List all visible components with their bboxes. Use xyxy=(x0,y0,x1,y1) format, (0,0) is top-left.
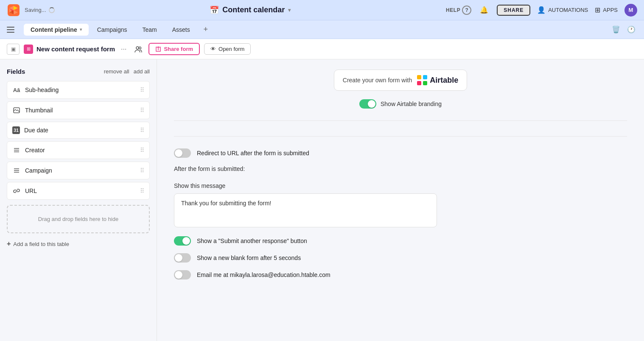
field-name-due-date: Due date xyxy=(24,127,48,134)
blank-form-toggle[interactable] xyxy=(174,253,191,263)
submit-response-row: Show a "Submit another response" button xyxy=(174,236,437,246)
user-avatar[interactable]: M xyxy=(624,4,637,17)
nav-history-icon[interactable]: 🕐 xyxy=(625,24,637,36)
main-layout: Fields remove all add all Aā Sub-heading… xyxy=(0,59,644,341)
help-label: HELP xyxy=(446,7,460,13)
team-icon-button[interactable] xyxy=(132,43,144,55)
drag-handle-creator[interactable]: ⠿ xyxy=(140,147,144,154)
share-button[interactable]: SHARE xyxy=(497,5,530,16)
branding-card: Create your own form with Airtable Show … xyxy=(174,70,627,109)
field-item-due-date[interactable]: 31 Due date ⠿ xyxy=(7,122,150,139)
divider-1 xyxy=(174,120,627,121)
field-item-due-date-left: 31 Due date xyxy=(12,126,48,134)
nav-trash-icon[interactable]: 🗑️ xyxy=(610,24,622,36)
field-item-thumbnail-left: Thumbnail xyxy=(12,106,53,115)
help-icon[interactable]: ? xyxy=(462,6,471,15)
field-item-subheading[interactable]: Aā Sub-heading ⠿ xyxy=(7,81,150,99)
field-item-creator-left: Creator xyxy=(12,146,45,154)
drop-zone: Drag and drop fields here to hide xyxy=(7,205,150,233)
after-submit-section: After the form is submitted: xyxy=(174,165,437,175)
nav-tab-assets-label: Assets xyxy=(172,26,190,33)
show-message-section: Show this message Thank you for submitti… xyxy=(174,182,437,229)
drag-handle-campaign[interactable]: ⠿ xyxy=(140,167,144,174)
svg-rect-19 xyxy=(423,81,427,85)
apps-button[interactable]: ⊞ APPS xyxy=(595,6,618,14)
field-item-url-left: URL xyxy=(12,187,37,195)
airtable-logo: Airtable xyxy=(416,74,458,86)
sidebar-toggle-button[interactable]: ▣ xyxy=(7,44,20,55)
drag-handle-thumbnail[interactable]: ⠿ xyxy=(140,107,144,114)
drag-handle-url[interactable]: ⠿ xyxy=(140,187,144,194)
after-submit-label: After the form is submitted: xyxy=(174,165,437,172)
add-field-plus-icon: + xyxy=(7,240,11,248)
form-icon: ⊞ xyxy=(24,45,33,54)
app-title: Content calendar xyxy=(222,6,285,14)
add-field-label: Add a field to this table xyxy=(13,241,69,247)
nav-tab-content-pipeline[interactable]: Content pipeline ▾ xyxy=(24,24,89,36)
drag-handle-due-date[interactable]: ⠿ xyxy=(140,127,144,134)
show-branding-label: Show Airtable branding xyxy=(381,101,442,107)
nav-bar-right: 🗑️ 🕐 xyxy=(610,24,637,36)
automations-button[interactable]: 👤 AUTOMATIONS xyxy=(537,6,588,14)
app-logo xyxy=(7,3,20,17)
settings-section: Redirect to URL after the form is submit… xyxy=(174,148,437,280)
show-message-label: Show this message xyxy=(174,182,437,189)
field-icon-creator xyxy=(12,146,21,154)
message-textarea[interactable]: Thank you for submitting the form! xyxy=(174,193,437,227)
form-title: New content request form xyxy=(36,45,115,53)
submit-response-toggle[interactable] xyxy=(174,236,191,246)
calendar-icon: 📅 xyxy=(210,6,219,15)
nav-tab-assets[interactable]: Assets xyxy=(165,24,197,36)
toolbar: ▣ ⊞ New content request form ··· Share f… xyxy=(0,39,644,59)
hamburger-line-1 xyxy=(7,27,14,28)
open-form-label: Open form xyxy=(218,46,244,52)
blank-form-row: Show a new blank form after 5 seconds xyxy=(174,253,437,263)
nav-tab-campaigns-label: Campaigns xyxy=(97,26,127,33)
open-form-button[interactable]: 👁 Open form xyxy=(204,43,251,55)
email-label: Email me at mikayla.larosa@education.hta… xyxy=(197,271,330,278)
automations-label: AUTOMATIONS xyxy=(548,7,588,13)
field-item-url[interactable]: URL ⠿ xyxy=(7,182,150,200)
fields-title: Fields xyxy=(7,68,25,75)
email-row: Email me at mikayla.larosa@education.hta… xyxy=(174,270,437,280)
field-icon-campaign xyxy=(12,166,21,175)
nav-bar: Content pipeline ▾ Campaigns Team Assets… xyxy=(0,20,644,39)
redirect-toggle[interactable] xyxy=(174,148,191,158)
app-title-dropdown-icon[interactable]: ▾ xyxy=(288,7,291,13)
field-icon-due-date: 31 xyxy=(12,126,20,134)
help-button[interactable]: HELP ? xyxy=(446,6,471,15)
sidebar: Fields remove all add all Aā Sub-heading… xyxy=(0,59,157,341)
saving-text-label: Saving... xyxy=(25,7,46,13)
apps-icon: ⊞ xyxy=(595,6,600,14)
email-toggle[interactable] xyxy=(174,270,191,280)
notifications-icon[interactable]: 🔔 xyxy=(478,4,490,16)
field-item-thumbnail[interactable]: Thumbnail ⠿ xyxy=(7,101,150,119)
more-options-button[interactable]: ··· xyxy=(119,45,128,53)
show-branding-toggle[interactable] xyxy=(359,99,376,109)
branding-toggle-row: Show Airtable branding xyxy=(359,99,442,109)
field-item-campaign[interactable]: Campaign ⠿ xyxy=(7,162,150,179)
drag-handle-subheading[interactable]: ⠿ xyxy=(140,87,144,93)
saving-status: Saving... xyxy=(25,7,55,13)
nav-tab-team[interactable]: Team xyxy=(136,24,164,36)
fields-actions: remove all add all xyxy=(104,68,150,75)
field-icon-url xyxy=(12,187,21,195)
hamburger-line-3 xyxy=(7,32,14,33)
field-name-url: URL xyxy=(25,187,37,194)
field-name-thumbnail: Thumbnail xyxy=(25,107,53,114)
top-bar-right: HELP ? 🔔 SHARE 👤 AUTOMATIONS ⊞ APPS M xyxy=(446,4,637,17)
share-form-button[interactable]: Share form xyxy=(148,43,200,55)
submit-response-label: Show a "Submit another response" button xyxy=(197,238,307,244)
nav-add-tab-button[interactable]: + xyxy=(200,24,211,35)
drop-zone-label: Drag and drop fields here to hide xyxy=(38,216,118,222)
hamburger-menu[interactable] xyxy=(7,24,19,36)
add-all-button[interactable]: add all xyxy=(134,68,150,75)
field-item-campaign-left: Campaign xyxy=(12,166,52,175)
nav-tab-campaigns[interactable]: Campaigns xyxy=(90,24,134,36)
airtable-branding-badge: Create your own form with Airtable xyxy=(334,70,467,91)
field-item-creator[interactable]: Creator ⠿ xyxy=(7,141,150,159)
add-field-button[interactable]: + Add a field to this table xyxy=(7,240,150,248)
svg-point-7 xyxy=(139,47,141,49)
field-name-campaign: Campaign xyxy=(25,167,52,174)
remove-all-button[interactable]: remove all xyxy=(104,68,129,75)
